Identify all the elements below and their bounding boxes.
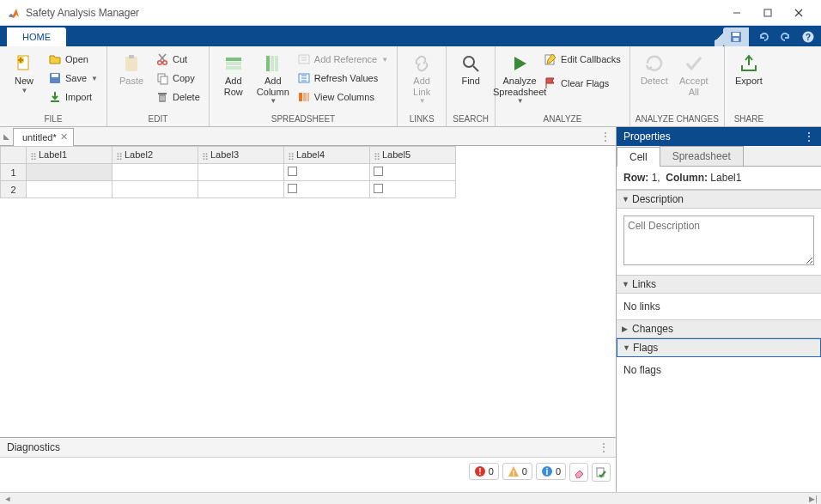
quick-save-icon[interactable] [728,29,744,45]
checkbox-icon[interactable] [288,167,297,176]
ribbon-group-analyze: Analyze Spreadsheet▼ Edit Callbacks Clea… [496,46,630,126]
warning-count-badge[interactable]: !0 [502,463,532,480]
svg-rect-31 [303,93,307,101]
column-header[interactable]: ⠿Label4 [284,147,370,164]
check-doc-icon[interactable] [592,463,611,482]
svg-rect-32 [307,93,309,101]
tab-home[interactable]: HOME [7,27,66,46]
svg-rect-6 [733,38,739,41]
svg-rect-15 [129,55,134,58]
row-header[interactable]: 2 [1,181,27,198]
svg-rect-5 [733,33,739,36]
error-count-badge[interactable]: !0 [469,463,499,480]
title-bar: Safety Analysis Manager [0,0,821,26]
column-header[interactable]: ⠿Label2 [113,147,198,164]
find-button[interactable]: Find [452,50,490,90]
cell[interactable] [198,181,284,198]
tab-cell[interactable]: Cell [617,147,660,167]
accordion-description[interactable]: ▼Description [617,190,821,209]
column-header[interactable]: ⠿Label5 [370,147,456,164]
scroll-left-icon[interactable]: ◄ [2,495,14,503]
row-header[interactable]: 1 [1,164,27,181]
svg-rect-30 [299,93,302,101]
svg-point-33 [464,57,474,67]
cell-description-input[interactable] [623,216,814,265]
column-header[interactable]: ⠿Label3 [198,147,284,164]
document-tab[interactable]: untitled* ✕ [13,128,74,146]
cell[interactable] [27,164,113,181]
document-tab-label: untitled* [22,132,57,143]
add-column-button[interactable]: Add Column▼ [254,50,292,108]
maximize-button[interactable] [752,0,783,26]
svg-rect-12 [52,74,58,77]
cell[interactable] [27,181,113,198]
cell[interactable] [113,181,198,198]
add-row-button[interactable]: Add Row [215,50,252,100]
add-reference-button: Add Reference▼ [294,50,392,69]
copy-button[interactable]: Copy [152,69,204,88]
svg-rect-24 [226,66,241,70]
ribbon-group-file: New▼ Open Save▼ Import FILE [0,46,107,126]
import-button[interactable]: Import [45,88,101,106]
export-button[interactable]: Export [730,50,768,90]
cell[interactable] [113,164,198,181]
svg-line-34 [473,66,478,71]
spreadsheet-table: ⠿Label1⠿Label2⠿Label3⠿Label4⠿Label512 [0,146,456,198]
checkbox-icon[interactable] [288,184,297,193]
svg-rect-13 [51,100,59,102]
tab-spreadsheet[interactable]: Spreadsheet [660,146,744,166]
detect-button: Detect [636,50,673,90]
svg-text:!: ! [512,469,514,477]
ribbon-tab-strip: HOME ? [0,26,821,46]
spreadsheet-area[interactable]: ⠿Label1⠿Label2⠿Label3⠿Label4⠿Label512 [0,146,616,437]
info-count-badge[interactable]: i0 [536,463,566,480]
paste-button: Paste [113,50,150,90]
cut-button[interactable]: Cut [152,50,204,69]
delete-button[interactable]: Delete [152,88,204,106]
eraser-icon[interactable] [569,463,588,482]
help-icon[interactable]: ? [800,29,816,45]
minimize-button[interactable] [721,0,752,26]
flags-body: No flags [617,357,821,492]
accordion-flags[interactable]: ▼Flags [617,338,821,357]
svg-point-16 [158,61,162,65]
matlab-logo-icon [7,6,21,20]
diagnostics-title: Diagnostics [7,441,60,453]
refresh-values-button[interactable]: Refresh Values [294,69,392,88]
cell[interactable] [284,181,370,198]
view-columns-button[interactable]: View Columns [294,88,392,106]
cell[interactable] [198,164,284,181]
scroll-right-icon[interactable]: ▶| [807,495,819,503]
svg-rect-27 [275,56,278,71]
svg-rect-25 [266,56,270,71]
tab-options-icon[interactable]: ⋮ [600,131,611,143]
svg-rect-14 [125,57,137,71]
ribbon-group-edit: Paste Cut Copy Delete EDIT [107,46,210,126]
cell[interactable] [284,164,370,181]
tab-nav-icon[interactable]: ◣ [3,132,9,141]
checkbox-icon[interactable] [374,184,383,193]
accordion-changes[interactable]: ▶Changes [617,319,821,338]
close-button[interactable] [783,0,814,26]
edit-callbacks-button[interactable]: Edit Callbacks [540,50,624,69]
cell[interactable] [370,164,456,181]
open-button[interactable]: Open [45,50,101,69]
accordion-links[interactable]: ▼Links [617,275,821,294]
ribbon-group-links: Add Link▼ LINKS [398,46,447,126]
window-title: Safety Analysis Manager [26,7,721,19]
undo-icon[interactable] [756,29,771,45]
save-button[interactable]: Save▼ [45,69,101,88]
links-body: No links [617,294,821,319]
clear-flags-button[interactable]: Clear Flags [540,74,624,93]
cell[interactable] [370,181,456,198]
redo-icon[interactable] [778,29,794,45]
diagnostics-options-icon[interactable]: ⋮ [599,441,609,453]
column-header[interactable]: ⠿Label1 [27,147,113,164]
checkbox-icon[interactable] [374,167,383,176]
properties-options-icon[interactable]: ⋮ [804,131,814,143]
horizontal-scrollbar[interactable]: ◄ ▶| [0,492,821,504]
analyze-spreadsheet-button[interactable]: Analyze Spreadsheet▼ [501,50,538,108]
new-button[interactable]: New▼ [5,50,43,98]
close-tab-icon[interactable]: ✕ [60,131,68,143]
accept-all-button: Accept All [675,50,713,100]
